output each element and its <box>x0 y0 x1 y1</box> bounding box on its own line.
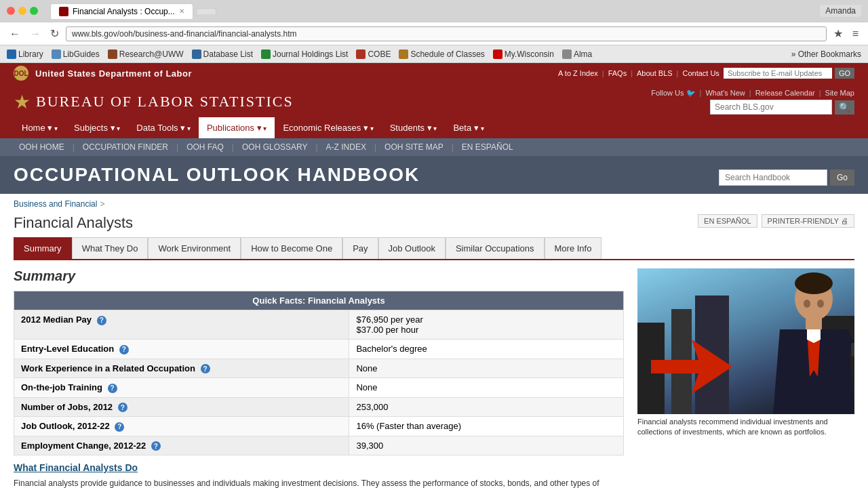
nav-students-link[interactable]: Students ▾ <box>382 117 446 138</box>
ooh-faq-link[interactable]: OOH FAQ <box>181 138 229 156</box>
printer-friendly-link[interactable]: PRINTER-FRIENDLY 🖨 <box>762 214 854 228</box>
nav-publications-link[interactable]: Publications ▾ <box>199 117 275 138</box>
nav-subjects[interactable]: Subjects ▾ <box>66 117 128 138</box>
ooh-az-index-link[interactable]: A-Z INDEX <box>321 138 372 156</box>
nav-economic-releases[interactable]: Economic Releases ▾ <box>275 117 381 138</box>
tab-how-to-become-one[interactable]: How to Become One <box>241 237 342 259</box>
nav-home-link[interactable]: Home ▾ <box>14 117 66 138</box>
tab-job-outlook[interactable]: Job Outlook <box>378 237 446 259</box>
nav-economic-releases-link[interactable]: Economic Releases ▾ <box>275 117 381 138</box>
bls-search-input[interactable] <box>710 100 832 115</box>
row-label: Entry-Level Education ? <box>14 340 349 359</box>
breadcrumb: Business and Financial > <box>14 194 854 211</box>
link-about-bls[interactable]: About BLS <box>637 69 673 77</box>
bookmark-database[interactable]: Database List <box>192 49 253 59</box>
tab-work-environment[interactable]: Work Environment <box>148 237 241 259</box>
breadcrumb-link[interactable]: Business and Financial <box>14 199 97 209</box>
nav-data-tools[interactable]: Data Tools ▾ <box>128 117 199 138</box>
info-icon[interactable]: ? <box>151 441 161 451</box>
info-icon[interactable]: ? <box>201 364 210 373</box>
back-button[interactable]: ← <box>7 26 23 41</box>
nav-subjects-link[interactable]: Subjects ▾ <box>66 117 128 138</box>
ooh-glossary-link[interactable]: OOH GLOSSARY <box>237 138 313 156</box>
espanol-link[interactable]: EN ESPAÑOL <box>698 214 757 228</box>
info-icon[interactable]: ? <box>97 316 106 325</box>
tab-pay[interactable]: Pay <box>342 237 378 259</box>
link-a-to-z[interactable]: A to Z Index <box>558 69 598 77</box>
bls-top-bar: DOL United States Department of Labor A … <box>0 63 868 83</box>
tab-close-icon[interactable]: ✕ <box>179 7 184 15</box>
ooh-site-map-link[interactable]: OOH SITE MAP <box>379 138 449 156</box>
link-release-calendar[interactable]: Release Calendar <box>755 89 815 98</box>
nav-data-tools-link[interactable]: Data Tools ▾ <box>128 117 199 138</box>
ooh-home-link[interactable]: OOH HOME <box>14 138 70 156</box>
table-row: Entry-Level Education ? Bachelor's degre… <box>14 340 624 359</box>
link-follow-us[interactable]: Follow Us 🐦 <box>651 89 695 98</box>
bookmarks-bar: Library LibGuides Research@UWW Database … <box>0 45 868 62</box>
bls-search-button[interactable]: 🔍 <box>835 100 854 115</box>
bookmark-star-icon[interactable]: ★ <box>831 26 846 41</box>
ooh-espanol-link[interactable]: EN ESPAÑOL <box>456 138 519 156</box>
header-right: Follow Us 🐦 | What's New | Release Calen… <box>651 89 854 115</box>
nav-home[interactable]: Home ▾ <box>14 117 66 138</box>
link-whats-new[interactable]: What's New <box>705 89 745 98</box>
ooh-search-button[interactable]: Go <box>830 169 854 186</box>
maximize-button[interactable] <box>30 7 38 15</box>
nav-beta[interactable]: Beta ▾ <box>445 117 492 138</box>
reload-button[interactable]: ↻ <box>47 26 62 41</box>
ooh-search-input[interactable] <box>719 169 827 186</box>
bookmark-schedule[interactable]: Schedule of Classes <box>399 49 484 59</box>
person-figure <box>753 268 854 414</box>
bookmark-alma[interactable]: Alma <box>562 49 592 59</box>
new-tab[interactable] <box>196 8 216 14</box>
row-value: $76,950 per year$37.00 per hour <box>349 310 624 340</box>
ooh-occupation-finder-link[interactable]: OCCUPATION FINDER <box>77 138 174 156</box>
table-row: 2012 Median Pay ? $76,950 per year$37.00… <box>14 310 624 340</box>
bookmark-other[interactable]: » Other Bookmarks <box>791 49 861 59</box>
bookmark-research[interactable]: Research@UWW <box>108 49 184 59</box>
tab-label: Financial Analysts : Occup... <box>73 7 175 16</box>
bookmark-label: Library <box>18 49 43 59</box>
close-button[interactable] <box>7 7 15 15</box>
bookmark-libguides[interactable]: LibGuides <box>52 49 100 59</box>
bookmark-wisconsin[interactable]: My.Wisconsin <box>493 49 554 59</box>
tab-similar-occupations[interactable]: Similar Occupations <box>446 237 545 259</box>
link-faqs[interactable]: FAQs <box>608 69 627 77</box>
bls-main-nav: Home ▾ Subjects ▾ Data Tools ▾ Publicati… <box>0 117 868 138</box>
link-site-map[interactable]: Site Map <box>825 89 854 98</box>
ooh-title: Occupational Outlook Handbook <box>14 164 420 186</box>
subscribe-go-button[interactable]: GO <box>835 68 854 79</box>
header-links: Follow Us 🐦 | What's New | Release Calen… <box>651 89 854 98</box>
row-value: None <box>349 359 624 378</box>
bookmark-journals[interactable]: Journal Holdings List <box>261 49 348 59</box>
bookmark-library[interactable]: Library <box>7 49 43 59</box>
nav-beta-link[interactable]: Beta ▾ <box>445 117 492 138</box>
tab-bar: Financial Analysts : Occup... ✕ <box>43 1 814 20</box>
nav-publications[interactable]: Publications ▾ <box>199 117 275 138</box>
row-label: Work Experience in a Related Occupation … <box>14 359 349 378</box>
info-icon[interactable]: ? <box>119 345 129 354</box>
url-input[interactable] <box>66 26 827 41</box>
tab-what-they-do[interactable]: What They Do <box>72 237 149 259</box>
link-contact-us[interactable]: Contact Us <box>682 69 719 77</box>
tab-more-info[interactable]: More Info <box>545 237 602 259</box>
nav-students[interactable]: Students ▾ <box>382 117 446 138</box>
what-they-do-link[interactable]: What Financial Analysts Do <box>14 462 624 473</box>
info-icon[interactable]: ? <box>118 403 127 412</box>
tabs: Summary What They Do Work Environment Ho… <box>14 237 854 260</box>
row-label: On-the-job Training ? <box>14 378 349 398</box>
row-label: 2012 Median Pay ? <box>14 310 349 340</box>
tab-summary[interactable]: Summary <box>14 237 72 259</box>
traffic-lights <box>7 7 38 15</box>
content-area: Business and Financial > Financial Analy… <box>0 194 868 488</box>
info-icon[interactable]: ? <box>108 384 117 393</box>
active-tab[interactable]: Financial Analysts : Occup... ✕ <box>50 3 193 19</box>
summary-right: Financial analysts recommend individual … <box>637 268 854 488</box>
menu-icon[interactable]: ≡ <box>850 26 861 41</box>
subscribe-input[interactable] <box>724 68 832 79</box>
table-row: Number of Jobs, 2012 ? 253,000 <box>14 397 624 417</box>
forward-button[interactable]: → <box>27 26 43 41</box>
bookmark-cobe[interactable]: COBE <box>356 49 391 59</box>
minimize-button[interactable] <box>18 7 26 15</box>
info-icon[interactable]: ? <box>115 422 124 432</box>
